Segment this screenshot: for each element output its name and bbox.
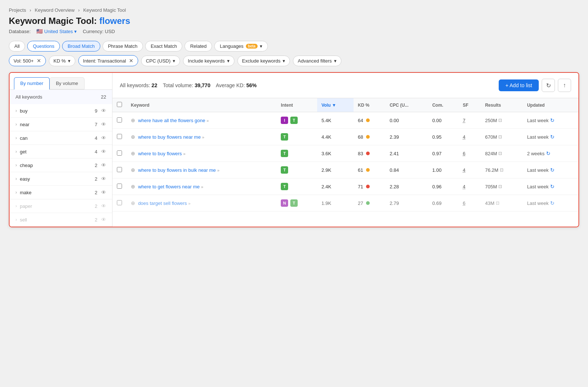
chevron-down-icon: ▾ bbox=[68, 58, 71, 64]
list-item[interactable]: › easy 2 👁 bbox=[10, 172, 112, 186]
eye-icon[interactable]: 👁 bbox=[101, 108, 106, 114]
sf-cell: 7 bbox=[458, 112, 481, 129]
volume-cell: 1.9K bbox=[317, 195, 354, 212]
tab-related[interactable]: Related bbox=[184, 41, 212, 52]
export-button[interactable]: ↑ bbox=[558, 79, 571, 92]
eye-icon[interactable]: 👁 bbox=[101, 203, 106, 209]
kd-cell: 64 bbox=[354, 112, 385, 129]
results-cell: 43M ⊡ bbox=[481, 195, 523, 212]
list-item[interactable]: › buy 9 👁 bbox=[10, 104, 112, 118]
list-item[interactable]: › near 7 👁 bbox=[10, 118, 112, 131]
main-table-area: All keywords: 22 Total volume: 39,770 Av… bbox=[112, 73, 578, 227]
sidebar-all-keywords: All keywords 22 bbox=[10, 90, 112, 104]
refresh-icon: ↻ bbox=[546, 82, 551, 89]
cpc-filter-dropdown[interactable]: CPC (USD) ▾ bbox=[141, 56, 180, 66]
tab-broad-match[interactable]: Broad Match bbox=[62, 41, 100, 52]
list-item[interactable]: › cheap 2 👁 bbox=[10, 159, 112, 172]
keyword-link[interactable]: does target sell flowers bbox=[138, 200, 187, 206]
cpc-cell: 2.28 bbox=[385, 178, 428, 195]
include-keywords-dropdown[interactable]: Include keywords ▾ bbox=[183, 56, 234, 66]
select-all-checkbox[interactable] bbox=[117, 102, 122, 107]
sf-cell: 4 bbox=[458, 162, 481, 178]
languages-button[interactable]: Languages beta ▾ bbox=[214, 41, 268, 52]
sidebar-tab-by-volume[interactable]: By volume bbox=[50, 77, 85, 89]
expand-icon[interactable]: ⊕ bbox=[131, 117, 135, 123]
intent-badge-t: T bbox=[281, 183, 288, 190]
list-item[interactable]: › sell 2 👁 bbox=[10, 213, 112, 227]
main-content: By number By volume All keywords 22 › bu… bbox=[9, 72, 579, 227]
col-keyword: Keyword bbox=[126, 98, 276, 112]
list-item[interactable]: › get 4 👁 bbox=[10, 145, 112, 159]
keyword-link[interactable]: where have all the flowers gone bbox=[138, 118, 205, 123]
expand-icon[interactable]: ⊕ bbox=[131, 184, 135, 189]
sidebar-tab-by-number[interactable]: By number bbox=[14, 77, 50, 90]
eye-icon[interactable]: 👁 bbox=[101, 217, 106, 223]
vol-filter-remove[interactable]: ✕ bbox=[37, 58, 41, 64]
refresh-icon[interactable]: ↻ bbox=[550, 200, 555, 206]
add-to-list-button[interactable]: + Add to list bbox=[499, 79, 539, 91]
col-volume[interactable]: Volu ▼ bbox=[317, 98, 354, 112]
keyword-link[interactable]: where to get flowers near me bbox=[138, 184, 200, 189]
expand-icon[interactable]: ⊕ bbox=[131, 167, 135, 173]
expand-icon[interactable]: ⊕ bbox=[131, 134, 135, 140]
list-item[interactable]: › make 2 👁 bbox=[10, 186, 112, 199]
page-title: Keyword Magic Tool: flowers bbox=[9, 16, 579, 26]
keyword-link[interactable]: where to buy flowers in bulk near me bbox=[138, 167, 216, 173]
chevron-right-icon: › bbox=[15, 135, 17, 141]
eye-icon[interactable]: 👁 bbox=[101, 135, 106, 141]
row-checkbox[interactable] bbox=[117, 150, 122, 156]
intent-badge-t: T bbox=[281, 133, 288, 141]
table-header: Keyword Intent Volu ▼ KD % CPC (U... Com… bbox=[112, 98, 578, 112]
list-item[interactable]: › paper 2 👁 bbox=[10, 199, 112, 213]
breadcrumb-projects[interactable]: Projects bbox=[9, 7, 26, 13]
results-cell: 250M ⊡ bbox=[481, 112, 523, 129]
eye-icon[interactable]: 👁 bbox=[101, 189, 106, 195]
updated-cell: Last week ↻ bbox=[523, 162, 578, 178]
breadcrumb-keyword-overview[interactable]: Keyword Overview bbox=[35, 7, 75, 13]
refresh-icon[interactable]: ↻ bbox=[550, 167, 555, 173]
intent-filter-remove[interactable]: ✕ bbox=[129, 58, 133, 64]
table-actions: + Add to list ↻ ↑ bbox=[499, 79, 571, 92]
eye-icon[interactable]: 👁 bbox=[101, 121, 106, 127]
cpc-cell: 0.84 bbox=[385, 162, 428, 178]
expand-icon[interactable]: ⊕ bbox=[131, 150, 135, 156]
refresh-icon[interactable]: ↻ bbox=[550, 134, 555, 140]
cpc-cell: 2.39 bbox=[385, 129, 428, 145]
table-header-row: All keywords: 22 Total volume: 39,770 Av… bbox=[112, 73, 578, 98]
vol-filter-chip[interactable]: Vol: 500+ ✕ bbox=[9, 55, 46, 66]
com-cell: 0.95 bbox=[428, 129, 458, 145]
exclude-keywords-dropdown[interactable]: Exclude keywords ▾ bbox=[237, 56, 290, 66]
keyword-link[interactable]: where to buy flowers near me bbox=[138, 134, 201, 140]
sidebar: By number By volume All keywords 22 › bu… bbox=[10, 73, 112, 227]
sidebar-tabs: By number By volume bbox=[10, 73, 112, 90]
keyword-link[interactable]: where to buy flowers bbox=[138, 151, 182, 156]
eye-icon[interactable]: 👁 bbox=[101, 162, 106, 168]
table-row: ⊕ where to buy flowers in bulk near me »… bbox=[112, 162, 578, 178]
eye-icon[interactable]: 👁 bbox=[101, 149, 106, 155]
kd-filter-dropdown[interactable]: KD % ▾ bbox=[49, 56, 75, 66]
row-checkbox[interactable] bbox=[117, 117, 122, 123]
row-checkbox[interactable] bbox=[117, 134, 122, 139]
refresh-button[interactable]: ↻ bbox=[542, 79, 555, 92]
refresh-icon[interactable]: ↻ bbox=[546, 150, 551, 156]
row-checkbox[interactable] bbox=[117, 167, 122, 172]
list-item[interactable]: › can 4 👁 bbox=[10, 131, 112, 145]
tab-questions[interactable]: Questions bbox=[27, 41, 60, 52]
refresh-icon[interactable]: ↻ bbox=[550, 117, 555, 123]
volume-cell: 5.4K bbox=[317, 112, 354, 129]
eye-icon[interactable]: 👁 bbox=[101, 176, 106, 182]
refresh-icon[interactable]: ↻ bbox=[550, 184, 555, 189]
tab-exact-match[interactable]: Exact Match bbox=[145, 41, 183, 52]
row-checkbox[interactable] bbox=[117, 200, 122, 205]
intent-filter-chip[interactable]: Intent: Transactional ✕ bbox=[78, 55, 138, 66]
table-row: ⊕ where have all the flowers gone » I T … bbox=[112, 112, 578, 129]
database-select[interactable]: 🇺🇸 United States ▾ bbox=[36, 28, 77, 34]
results-icon: ⊡ bbox=[496, 200, 499, 206]
breadcrumb-current: Keyword Magic Tool bbox=[83, 7, 126, 13]
volume-cell: 2.9K bbox=[317, 162, 354, 178]
row-checkbox[interactable] bbox=[117, 184, 122, 189]
tab-phrase-match[interactable]: Phrase Match bbox=[103, 41, 143, 52]
expand-icon[interactable]: ⊕ bbox=[131, 200, 135, 206]
advanced-filters-dropdown[interactable]: Advanced filters ▾ bbox=[293, 56, 341, 66]
tab-all[interactable]: All bbox=[9, 41, 25, 52]
